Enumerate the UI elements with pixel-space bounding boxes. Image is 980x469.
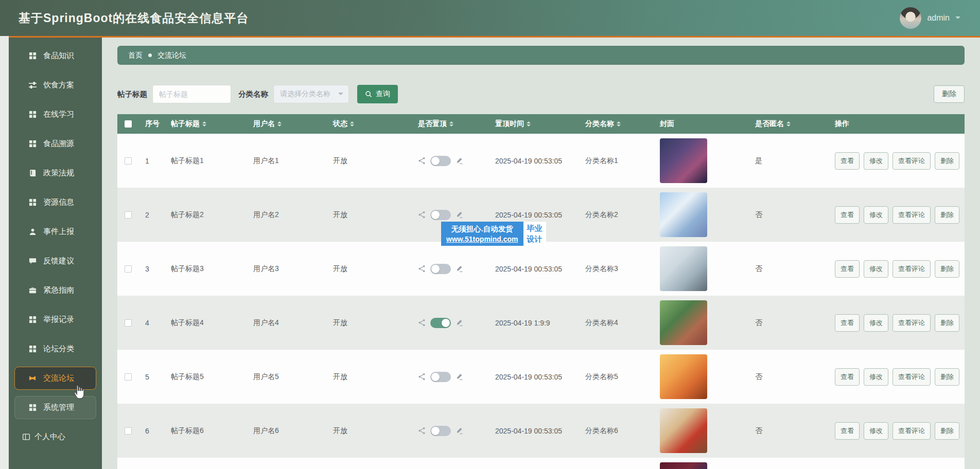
column-header-user[interactable]: 用户名: [246, 114, 326, 134]
row-action-查看-button[interactable]: 查看: [835, 206, 860, 224]
row-action-查看-button[interactable]: 查看: [835, 152, 860, 170]
cell-username: 用户名6: [246, 404, 326, 458]
cell-anonymous: 否: [748, 350, 828, 404]
bulk-delete-button[interactable]: 删除: [934, 85, 965, 103]
edit-pencil-icon[interactable]: [456, 319, 463, 327]
sort-icon[interactable]: [449, 119, 453, 129]
row-checkbox[interactable]: [125, 157, 132, 165]
chat-icon: [28, 257, 37, 265]
sort-icon[interactable]: [202, 119, 206, 129]
row-action-修改-button[interactable]: 修改: [864, 206, 888, 224]
edit-pencil-icon[interactable]: [456, 211, 463, 219]
cell-category: 分类名称5: [578, 350, 653, 404]
sidebar-item-1[interactable]: 食品知识: [14, 44, 96, 67]
left-gutter: [0, 36, 9, 469]
cell-category: [578, 458, 653, 469]
cover-image: [660, 462, 707, 469]
sort-icon[interactable]: [527, 119, 531, 129]
cell-actions: 查看修改查看评论删除: [828, 188, 965, 242]
row-action-查看评论-button[interactable]: 查看评论: [892, 368, 931, 386]
row-checkbox[interactable]: [125, 265, 132, 273]
sidebar-item-label: 食品知识: [43, 51, 74, 61]
row-action-删除-button[interactable]: 删除: [935, 368, 959, 386]
sidebar-item-13[interactable]: 系统管理: [14, 396, 96, 419]
pin-toggle[interactable]: [430, 372, 451, 382]
row-action-查看-button[interactable]: 查看: [835, 260, 860, 278]
column-header-time[interactable]: 置顶时间: [488, 114, 578, 134]
sidebar-item-7[interactable]: 事件上报: [14, 220, 96, 243]
sidebar-item-4[interactable]: 食品溯源: [14, 132, 96, 155]
sidebar-item-6[interactable]: 资源信息: [14, 191, 96, 214]
row-checkbox[interactable]: [125, 211, 132, 219]
row-action-查看-button[interactable]: 查看: [835, 368, 860, 386]
row-action-删除-button[interactable]: 删除: [935, 206, 959, 224]
row-action-删除-button[interactable]: 删除: [935, 314, 959, 332]
row-action-查看-button[interactable]: 查看: [835, 314, 860, 332]
sidebar-item-3[interactable]: 在线学习: [14, 103, 96, 126]
sidebar-item-2[interactable]: 饮食方案: [14, 74, 96, 97]
search-button[interactable]: 查询: [357, 85, 398, 103]
sidebar-item-label: 饮食方案: [43, 80, 74, 90]
row-action-查看评论-button[interactable]: 查看评论: [892, 260, 931, 278]
row-action-删除-button[interactable]: 删除: [935, 422, 959, 440]
sort-icon[interactable]: [786, 119, 791, 129]
row-action-修改-button[interactable]: 修改: [864, 314, 888, 332]
user-menu[interactable]: admin: [900, 7, 960, 29]
share-icon: [418, 319, 426, 327]
sidebar-item-label: 论坛分类: [43, 344, 74, 354]
sidebar-item-10[interactable]: 举报记录: [14, 308, 96, 331]
row-action-查看-button[interactable]: 查看: [835, 422, 860, 440]
pin-toggle[interactable]: [430, 318, 451, 328]
category-select[interactable]: 请选择分类名称: [273, 85, 349, 103]
book-icon: [28, 169, 37, 177]
sort-icon[interactable]: [350, 119, 354, 129]
edit-pencil-icon[interactable]: [456, 373, 463, 381]
column-header-top[interactable]: 是否置顶: [411, 114, 488, 134]
row-checkbox[interactable]: [125, 373, 132, 381]
table-row: 5帖子标题5用户名5开放2025-04-19 00:53:05分类名称5否查看修…: [117, 350, 965, 404]
column-header-anon[interactable]: 是否匿名: [748, 114, 828, 134]
row-action-修改-button[interactable]: 修改: [864, 422, 888, 440]
sidebar-item-9[interactable]: 紧急指南: [14, 279, 96, 302]
sidebar-item-12[interactable]: 交流论坛: [14, 367, 96, 390]
row-action-修改-button[interactable]: 修改: [864, 368, 888, 386]
row-action-删除-button[interactable]: 删除: [935, 260, 959, 278]
row-action-修改-button[interactable]: 修改: [864, 152, 888, 170]
pin-toggle[interactable]: [430, 156, 451, 166]
caret-down-icon[interactable]: [955, 16, 960, 22]
row-action-查看评论-button[interactable]: 查看评论: [892, 422, 931, 440]
pin-toggle[interactable]: [430, 264, 451, 274]
breadcrumb-home[interactable]: 首页: [128, 51, 143, 60]
row-action-修改-button[interactable]: 修改: [864, 260, 888, 278]
panel-icon: [22, 433, 30, 441]
avatar[interactable]: [900, 7, 921, 29]
edit-pencil-icon[interactable]: [456, 427, 463, 435]
cell-status: 开放: [326, 134, 411, 188]
row-checkbox[interactable]: [125, 319, 132, 327]
cell-anonymous: 否: [748, 296, 828, 350]
post-title-input[interactable]: [152, 85, 231, 103]
sort-icon[interactable]: [617, 119, 621, 129]
pin-toggle[interactable]: [430, 426, 451, 436]
cell-pin-time: 2025-04-19 00:53:05: [488, 404, 578, 458]
edit-pencil-icon[interactable]: [456, 157, 463, 165]
share-icon: [418, 211, 426, 219]
column-header-label: 置顶时间: [495, 119, 524, 129]
sidebar-item-11[interactable]: 论坛分类: [14, 337, 96, 360]
row-action-查看评论-button[interactable]: 查看评论: [892, 314, 931, 332]
sidebar-item-5[interactable]: 政策法规: [14, 161, 96, 185]
select-all-checkbox[interactable]: [125, 120, 132, 128]
pin-toggle[interactable]: [430, 210, 451, 220]
edit-pencil-icon[interactable]: [456, 265, 463, 273]
column-header-cat[interactable]: 分类名称: [578, 114, 653, 134]
sidebar-item-8[interactable]: 反馈建议: [14, 249, 96, 273]
row-action-查看评论-button[interactable]: 查看评论: [892, 206, 931, 224]
column-header-status[interactable]: 状态: [326, 114, 411, 134]
cell-username: 用户名1: [246, 134, 326, 188]
row-action-查看评论-button[interactable]: 查看评论: [892, 152, 931, 170]
column-header-title[interactable]: 帖子标题: [164, 114, 246, 134]
row-checkbox[interactable]: [125, 427, 132, 435]
row-action-删除-button[interactable]: 删除: [935, 152, 959, 170]
sort-icon[interactable]: [277, 119, 282, 129]
sidebar-item-14[interactable]: 个人中心: [14, 425, 96, 448]
